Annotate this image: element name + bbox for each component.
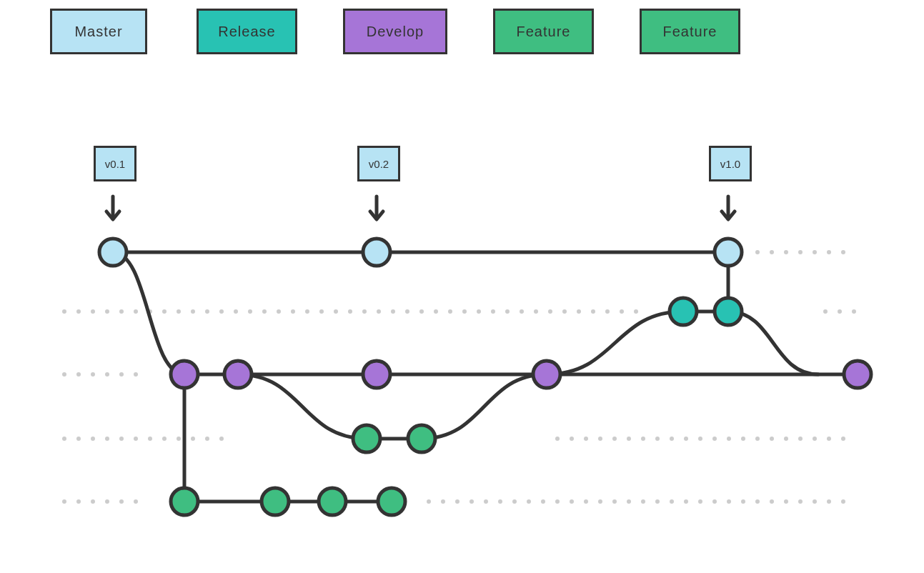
commit-nodes <box>99 239 871 515</box>
commit-node-develop <box>224 361 252 388</box>
edge <box>113 252 184 374</box>
commit-node-develop <box>533 361 560 388</box>
diagram-svg <box>0 0 924 573</box>
commit-node-feature <box>171 488 198 515</box>
commit-node-master <box>99 239 126 266</box>
commit-node-release <box>670 298 697 325</box>
commit-node-feature <box>408 425 435 452</box>
commit-node-master <box>363 239 390 266</box>
edge <box>422 374 547 439</box>
commit-node-feature <box>319 488 346 515</box>
commit-node-develop <box>171 361 198 388</box>
commit-node-develop <box>363 361 390 388</box>
edge <box>728 312 818 374</box>
commit-node-develop <box>844 361 871 388</box>
commit-node-master <box>715 239 742 266</box>
git-flow-diagram: Master Release Develop Feature Feature v… <box>0 0 924 573</box>
commit-node-feature <box>378 488 405 515</box>
commit-node-feature <box>353 425 380 452</box>
edge <box>238 374 367 439</box>
commit-node-feature <box>262 488 289 515</box>
edge <box>547 312 683 374</box>
commit-node-release <box>715 298 742 325</box>
